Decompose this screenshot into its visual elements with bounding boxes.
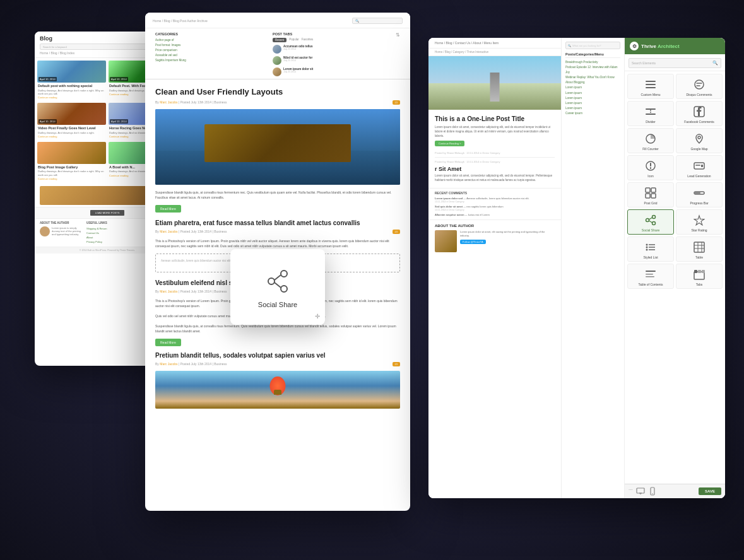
svg-point-14 <box>698 136 700 139</box>
social-share-label: Social Share <box>258 301 297 308</box>
card-excerpt: Dudley drawings. And drawings don't make… <box>38 131 105 134</box>
nav-home[interactable]: Home <box>435 41 443 45</box>
continue-reading-btn[interactable]: Continue Reading » <box>435 141 464 146</box>
svg-rect-45 <box>694 270 697 273</box>
element-disqus-comments[interactable]: Disqus Comments <box>676 74 723 99</box>
nav-contact[interactable]: Contact Us <box>455 41 471 45</box>
element-google-map[interactable]: Google Map <box>676 128 723 153</box>
posts-link[interactable]: Career ipsum <box>565 111 620 116</box>
divider-line <box>435 157 555 158</box>
social-share-svg-icon <box>264 267 292 295</box>
thrive-recent-comments: Recent Comments Lorem ipsum dolor sed — … <box>428 188 561 220</box>
post-section-4-title: Pretium blandit tellus, sodales volutpat… <box>155 351 400 359</box>
card-title: Blog Post Image Gallery <box>38 165 105 170</box>
element-label: Custom Menu <box>641 93 660 96</box>
svg-rect-48 <box>637 488 644 493</box>
comment-avatar <box>273 56 281 65</box>
posts-link[interactable]: Breakthrough Productivity <box>565 60 620 65</box>
post-meta-2: By Marc Jacobs | Posted July 13th 2014 |… <box>155 230 400 233</box>
nav-menu[interactable]: Menu Item <box>484 41 499 45</box>
element-divider[interactable]: Divider <box>627 101 674 126</box>
blog-card-image: April 10, 2014 <box>37 61 106 83</box>
post-categories-section: CATEGORIES Author page ofPost format: Im… <box>145 28 410 79</box>
nav-blog[interactable]: Blog <box>446 41 452 45</box>
posts-link[interactable]: Webinar Replay: What You Don't Know Abou… <box>565 75 620 85</box>
element-custom-menu[interactable]: Custom Menu <box>627 74 674 99</box>
blog-card: Blog Post Image Gallery Dudley drawings.… <box>37 142 106 182</box>
tab-popular[interactable]: Popular <box>289 38 299 42</box>
element-facebook-comments[interactable]: Facebook Comments <box>676 101 723 126</box>
thrive-post-meta: Posted by Shane Melaugh · 13.11.2014 in … <box>435 151 555 155</box>
card-excerpt: Dudley drawings. And drawings don't make… <box>38 89 105 95</box>
svg-point-26 <box>646 219 649 222</box>
thrive-post-meta2: Posted by Shane Melaugh · 13.11.2014 in … <box>435 160 555 163</box>
svg-rect-21 <box>646 194 650 198</box>
card-link[interactable]: Continue reading <box>38 96 105 99</box>
card-title: Default post with nothing special <box>38 84 105 88</box>
mobile-icon[interactable] <box>648 487 657 496</box>
svg-line-28 <box>649 218 652 219</box>
elements-search-input[interactable]: Search Elements 🔍 <box>629 58 721 68</box>
twitter-follow-button[interactable]: Follow @ThriveTA <box>460 240 486 244</box>
post-search-box[interactable]: 🔍 <box>352 18 403 24</box>
element-progress-bar[interactable]: Progress Bar <box>676 182 723 207</box>
save-button[interactable]: SAVE <box>699 487 721 495</box>
tab-recent[interactable]: Recent <box>273 38 286 42</box>
posts-link[interactable]: Lorem ipsum <box>565 96 620 101</box>
card-link[interactable]: Continue reading <box>38 177 105 180</box>
recent-comments-title: Recent Comments <box>435 191 555 195</box>
blog-card-text: Default post with nothing special Dudley… <box>37 83 106 100</box>
load-more-button[interactable]: LOAD MORE POSTS <box>90 210 125 216</box>
element-icon[interactable]: Icon <box>627 155 674 180</box>
posts-search-input[interactable]: 🔍 What are you looking for? <box>565 42 620 49</box>
element-fill-counter[interactable]: Fill Counter <box>627 128 674 153</box>
svg-point-25 <box>652 216 656 219</box>
author-row: Lorem ipsum is simply dummy text of the … <box>40 226 81 236</box>
elements-grid-inner: Custom Menu Disqus Comments Divider <box>627 74 723 289</box>
posts-link[interactable]: Lorem ipsum <box>565 106 620 111</box>
post-grid-icon <box>644 186 658 200</box>
post-featured-image <box>155 109 400 185</box>
element-table[interactable]: Table <box>676 236 723 262</box>
svg-point-2 <box>281 286 287 292</box>
blog-card-image: April 10, 2014 <box>37 103 106 125</box>
read-more-button[interactable]: Read More <box>155 205 181 213</box>
element-tabs[interactable]: Tabs <box>676 264 723 289</box>
element-star-rating[interactable]: Star Rating <box>676 209 723 235</box>
element-label: Social Share <box>642 228 659 232</box>
read-more-button-2[interactable]: Read More <box>155 339 181 346</box>
table-icon <box>692 240 706 254</box>
categories-col: CATEGORIES Author page ofPost format: Im… <box>155 28 273 79</box>
posts-link[interactable]: Lorem ipsum <box>565 91 620 96</box>
nav-about[interactable]: About <box>473 41 481 45</box>
more-icon[interactable]: ··· <box>629 487 633 496</box>
thrive-blog-content: Home / Blog / Contact Us / About / Menu … <box>428 38 561 498</box>
desktop-icon[interactable] <box>636 487 645 496</box>
posts-link[interactable]: Podcast Episode 12: Interview with Adam … <box>565 65 620 75</box>
architect-gear-icon: ⚙ <box>630 42 639 50</box>
categories-list: Author page ofPost format: ImagesPrice c… <box>155 38 273 63</box>
svg-rect-24 <box>694 192 700 194</box>
thrive-breadcrumb: Home / Blog / Category / Thrive Interact… <box>428 49 561 56</box>
blog-card: April 10, 2014 Default post with nothing… <box>37 61 106 100</box>
element-table-of-contents[interactable]: Table of Contents <box>627 264 674 289</box>
element-lead-generation[interactable]: Lead Generation <box>676 155 723 180</box>
brand-architect: Architect <box>658 44 680 49</box>
tab-favorites[interactable]: Favorites <box>302 38 314 42</box>
star-rating-icon <box>692 213 706 227</box>
comment-item: Accumsan odio tellus July 25 2014 <box>273 45 390 54</box>
posts-link[interactable]: Lorem ipsum <box>565 101 620 106</box>
architect-brand: Thrive Architect <box>641 44 680 49</box>
post-tabs-col: POST TABS Recent Popular Favorites Accum… <box>273 28 390 79</box>
element-styled-list[interactable]: Styled List <box>627 236 674 262</box>
element-social-share[interactable]: Social Share <box>627 209 674 235</box>
comment-item: Lorem ipsum dolor sit July 25 2014 <box>273 67 390 76</box>
element-post-grid[interactable]: Post Grid <box>627 182 674 207</box>
comment-2: Sed quis dolor sit amet — nec sagittis l… <box>435 205 555 212</box>
post-meta: By Marc Jacobs | Posted July 13th 2014 |… <box>155 100 400 104</box>
about-author-footer: ABOUT THE AUTHOR Lorem ipsum is simply d… <box>40 221 81 245</box>
element-label: Facebook Comments <box>684 120 714 124</box>
posts-link[interactable]: Lorem ipsum <box>565 85 620 90</box>
card-link[interactable]: Continue reading <box>38 135 105 138</box>
sort-icon: ⇅ <box>390 28 400 79</box>
